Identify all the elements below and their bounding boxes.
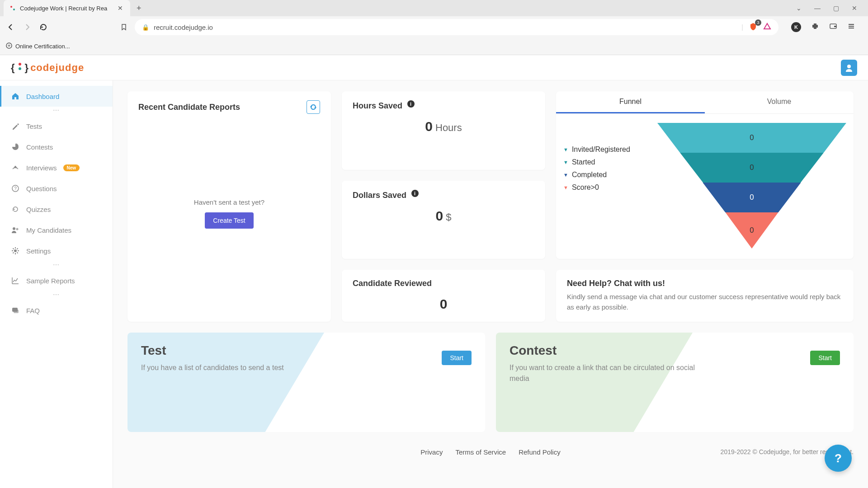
refresh-icon bbox=[11, 205, 20, 214]
bookmark-label: Online Certification... bbox=[15, 43, 70, 50]
sidebar-label: Questions bbox=[26, 185, 57, 192]
extensions-icon[interactable] bbox=[811, 22, 819, 32]
url-text: recruit.codejudge.io bbox=[154, 23, 737, 31]
user-menu-button[interactable] bbox=[841, 60, 857, 76]
logo[interactable]: { } codejudge bbox=[11, 61, 84, 74]
svg-point-1 bbox=[13, 9, 15, 10]
card-title: Candidate Reviewed bbox=[353, 279, 432, 288]
sidebar-label: Tests bbox=[26, 122, 42, 130]
logo-text: codejudge bbox=[30, 62, 84, 74]
legend-item: ▼Invited/Registered bbox=[563, 145, 654, 154]
card-title: Hours Saved bbox=[353, 101, 402, 110]
bookmark-bar: Online Certification... bbox=[0, 38, 868, 55]
funnel-segment: 0 bbox=[680, 153, 824, 183]
tab-favicon-icon bbox=[9, 5, 16, 12]
tab-title: Codejudge Work | Recruit by Rea bbox=[20, 5, 112, 12]
home-icon bbox=[11, 92, 20, 101]
pencil-icon bbox=[11, 122, 20, 131]
tab-bar: Codejudge Work | Recruit by Rea ✕ + ⌄ — … bbox=[0, 0, 868, 16]
info-icon[interactable]: i bbox=[407, 100, 415, 108]
bookmark-item[interactable]: Online Certification... bbox=[5, 42, 70, 51]
forward-button[interactable] bbox=[22, 22, 33, 33]
help-title: Need Help? Chat with us! bbox=[567, 279, 843, 288]
new-tab-button[interactable]: + bbox=[130, 4, 148, 13]
url-right-icons: | 3 bbox=[741, 22, 771, 33]
sidebar-item-tests[interactable]: Tests bbox=[0, 116, 113, 136]
reviewed-value: 0 bbox=[440, 296, 448, 311]
window-minimize-icon[interactable]: — bbox=[814, 5, 821, 12]
window-close-icon[interactable]: ✕ bbox=[852, 5, 857, 12]
sidebar-item-interviews[interactable]: Interviews New bbox=[0, 157, 113, 178]
svg-rect-15 bbox=[14, 310, 19, 313]
new-badge: New bbox=[63, 164, 80, 171]
reports-empty-state: Haven't sent a test yet? Create Test bbox=[138, 114, 320, 313]
footer-link-refund[interactable]: Refund Policy bbox=[519, 448, 561, 456]
toolbar-icons: K bbox=[784, 22, 863, 32]
funnel-card: Funnel Volume ▼Invited/Registered ▼Start… bbox=[556, 91, 854, 259]
window-maximize-icon[interactable]: ▢ bbox=[833, 5, 839, 12]
sidebar: Dashboard ⋯ Tests Contests Interviews Ne… bbox=[0, 80, 113, 488]
contest-action-card: Contest If you want to create a link tha… bbox=[496, 333, 854, 432]
action-title: Contest bbox=[509, 343, 840, 358]
svg-point-7 bbox=[847, 65, 851, 68]
url-bar[interactable]: 🔒 recruit.codejudge.io | 3 bbox=[135, 19, 778, 35]
card-title: Dollars Saved bbox=[353, 191, 406, 200]
gear-icon bbox=[11, 246, 20, 255]
start-test-button[interactable]: Start bbox=[442, 351, 472, 365]
sidebar-label: My Candidates bbox=[26, 226, 71, 234]
bookmark-icon[interactable] bbox=[118, 22, 129, 33]
help-fab-button[interactable]: ? bbox=[825, 445, 852, 472]
action-desc: If you have a list of candidates to send… bbox=[141, 362, 340, 373]
triangle-icon: ▼ bbox=[563, 185, 568, 190]
funnel-chart: 0 0 0 0 bbox=[657, 123, 846, 249]
sidebar-item-faq[interactable]: FAQ bbox=[0, 300, 113, 321]
footer-link-privacy[interactable]: Privacy bbox=[420, 448, 443, 456]
brave-rewards-icon[interactable] bbox=[763, 23, 771, 32]
tab-close-icon[interactable]: ✕ bbox=[116, 5, 125, 12]
legend-item: ▼Completed bbox=[563, 171, 654, 179]
svg-point-0 bbox=[10, 6, 12, 8]
sidebar-item-quizzes[interactable]: Quizzes bbox=[0, 199, 113, 220]
menu-icon[interactable] bbox=[847, 22, 855, 32]
app-header: { } codejudge bbox=[0, 55, 868, 80]
reload-button[interactable] bbox=[38, 22, 49, 33]
info-icon[interactable]: i bbox=[411, 190, 419, 197]
sidebar-item-questions[interactable]: ? Questions bbox=[0, 178, 113, 199]
wallet-icon[interactable] bbox=[829, 22, 837, 32]
svg-point-6 bbox=[19, 67, 21, 70]
triangle-icon: ▼ bbox=[563, 160, 568, 165]
svg-point-13 bbox=[14, 249, 17, 252]
triangle-icon: ▼ bbox=[563, 147, 568, 152]
tab-funnel[interactable]: Funnel bbox=[556, 91, 705, 113]
footer-link-terms[interactable]: Terms of Service bbox=[455, 448, 506, 456]
profile-avatar[interactable]: K bbox=[791, 22, 801, 32]
sidebar-label: Interviews bbox=[26, 164, 57, 172]
triangle-icon: ▼ bbox=[563, 172, 568, 178]
back-button[interactable] bbox=[5, 22, 16, 33]
window-dropdown-icon[interactable]: ⌄ bbox=[796, 5, 802, 12]
app-body: Dashboard ⋯ Tests Contests Interviews Ne… bbox=[0, 80, 868, 488]
sidebar-label: FAQ bbox=[26, 307, 40, 314]
sidebar-item-contests[interactable]: Contests bbox=[0, 136, 113, 157]
sidebar-item-candidates[interactable]: My Candidates bbox=[0, 220, 113, 240]
window-controls: ⌄ — ▢ ✕ bbox=[789, 5, 864, 12]
tab-volume[interactable]: Volume bbox=[705, 91, 854, 113]
shield-badge: 3 bbox=[755, 19, 761, 26]
podcast-icon bbox=[11, 163, 20, 172]
create-test-button[interactable]: Create Test bbox=[205, 212, 253, 229]
shield-icon[interactable]: 3 bbox=[749, 22, 758, 33]
browser-tab[interactable]: Codejudge Work | Recruit by Rea ✕ bbox=[4, 0, 130, 16]
recent-reports-card: Recent Candidate Reports Haven't sent a … bbox=[127, 91, 331, 322]
sidebar-item-settings[interactable]: Settings bbox=[0, 240, 113, 261]
pie-icon bbox=[11, 142, 20, 151]
chart-icon bbox=[11, 276, 20, 285]
start-contest-button[interactable]: Start bbox=[810, 351, 840, 365]
refresh-button[interactable] bbox=[307, 100, 320, 114]
dollars-saved-card: Dollars Saved i 0$ bbox=[342, 181, 545, 259]
sidebar-label: Quizzes bbox=[26, 206, 51, 213]
legend-item: ▼Started bbox=[563, 158, 654, 166]
hours-value: 0 bbox=[425, 119, 433, 134]
sidebar-item-reports[interactable]: Sample Reports bbox=[0, 270, 113, 291]
sidebar-item-dashboard[interactable]: Dashboard bbox=[0, 86, 113, 107]
action-desc: If you want to create a link that can be… bbox=[509, 362, 708, 384]
